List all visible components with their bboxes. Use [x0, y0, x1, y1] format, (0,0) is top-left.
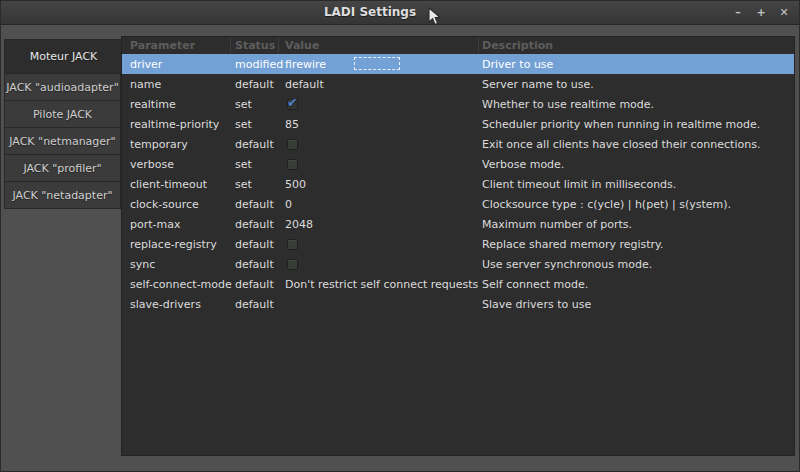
cell-parameter: verbose: [122, 158, 235, 171]
cell-description: Maximum number of ports.: [482, 218, 794, 231]
cell-description: Exit once all clients have closed their …: [482, 138, 794, 151]
cell-value: [285, 99, 482, 110]
titlebar[interactable]: LADI Settings – + ✕: [1, 1, 799, 25]
cell-status: set: [235, 178, 285, 191]
cell-parameter: port-max: [122, 218, 235, 231]
table-row-temporary[interactable]: temporarydefaultExit once all clients ha…: [122, 134, 794, 154]
cell-description: Driver to use: [482, 58, 794, 71]
cell-value: 85: [285, 118, 482, 131]
sidebar-tab-2[interactable]: Pilote JACK: [4, 100, 121, 128]
table-row-verbose[interactable]: verbosesetVerbose mode.: [122, 154, 794, 174]
close-button[interactable]: ✕: [777, 6, 791, 20]
table-row-self-connect-mode[interactable]: self-connect-modedefaultDon't restrict s…: [122, 274, 794, 294]
settings-table: Parameter Status Value Description drive…: [121, 36, 795, 456]
cell-parameter: self-connect-mode: [122, 278, 235, 291]
cell-value: default: [285, 78, 482, 91]
table-row-client-timeout[interactable]: client-timeoutset500Client timeout limit…: [122, 174, 794, 194]
cell-parameter: slave-drivers: [122, 298, 235, 311]
cell-value: 2048: [285, 218, 482, 231]
table-row-name[interactable]: namedefaultdefaultServer name to use.: [122, 74, 794, 94]
header-separator: [230, 38, 231, 53]
header-separator: [478, 38, 479, 53]
cell-parameter: sync: [122, 258, 235, 271]
window-title: LADI Settings: [1, 1, 739, 24]
cell-status: default: [235, 218, 285, 231]
cell-description: Verbose mode.: [482, 158, 794, 171]
minimize-button[interactable]: –: [731, 6, 745, 20]
cell-description: Self connect mode.: [482, 278, 794, 291]
cell-description: Server name to use.: [482, 78, 794, 91]
cell-status: default: [235, 298, 285, 311]
cell-parameter: clock-source: [122, 198, 235, 211]
cell-description: Client timeout limit in milliseconds.: [482, 178, 794, 191]
cell-description: Scheduler priority when running in realt…: [482, 118, 794, 131]
checkbox-unchecked-icon[interactable]: [287, 139, 298, 150]
table-row-realtime[interactable]: realtimesetWhether to use realtime mode.: [122, 94, 794, 114]
sidebar-tab-4[interactable]: JACK "profiler": [4, 154, 121, 182]
cell-parameter: driver: [122, 58, 235, 71]
header-separator: [278, 38, 279, 53]
checkbox-checked-icon[interactable]: [287, 99, 298, 110]
table-body: drivermodifiedfirewireDriver to usenamed…: [122, 54, 794, 314]
cell-parameter: replace-registry: [122, 238, 235, 251]
table-row-sync[interactable]: syncdefaultUse server synchronous mode.: [122, 254, 794, 274]
sidebar-tab-1[interactable]: JACK "audioadapter": [4, 73, 121, 101]
cell-status: set: [235, 98, 285, 111]
cell-description: Use server synchronous mode.: [482, 258, 794, 271]
column-header-parameter[interactable]: Parameter: [122, 39, 235, 52]
cell-status: default: [235, 238, 285, 251]
cell-value: 0: [285, 198, 482, 211]
cell-status: default: [235, 198, 285, 211]
table-row-clock-source[interactable]: clock-sourcedefault0Clocksource type : c…: [122, 194, 794, 214]
window-controls: – + ✕: [731, 1, 791, 24]
cell-parameter: temporary: [122, 138, 235, 151]
maximize-button[interactable]: +: [754, 6, 768, 20]
cell-parameter: realtime-priority: [122, 118, 235, 131]
checkbox-unchecked-icon[interactable]: [287, 159, 298, 170]
cell-value: [285, 259, 482, 270]
mouse-cursor-icon: [428, 7, 442, 31]
cell-status: default: [235, 278, 285, 291]
cell-status: set: [235, 118, 285, 131]
cell-value: [285, 159, 482, 170]
cell-description: Whether to use realtime mode.: [482, 98, 794, 111]
cell-value: [285, 139, 482, 150]
value-focus-outline[interactable]: [354, 57, 400, 70]
table-row-slave-drivers[interactable]: slave-driversdefaultSlave drivers to use: [122, 294, 794, 314]
table-row-realtime-priority[interactable]: realtime-priorityset85Scheduler priority…: [122, 114, 794, 134]
table-row-driver[interactable]: drivermodifiedfirewireDriver to use: [122, 54, 794, 74]
cell-description: Replace shared memory registry.: [482, 238, 794, 251]
cell-status: set: [235, 158, 285, 171]
cell-description: Clocksource type : c(ycle) | h(pet) | s(…: [482, 198, 794, 211]
checkbox-unchecked-icon[interactable]: [287, 259, 298, 270]
ladi-settings-window: LADI Settings – + ✕ Moteur JACKJACK "aud…: [0, 0, 800, 472]
cell-status: default: [235, 138, 285, 151]
table-row-port-max[interactable]: port-maxdefault2048Maximum number of por…: [122, 214, 794, 234]
cell-status: default: [235, 78, 285, 91]
table-row-replace-registry[interactable]: replace-registrydefaultReplace shared me…: [122, 234, 794, 254]
checkbox-unchecked-icon[interactable]: [287, 239, 298, 250]
cell-value: 500: [285, 178, 482, 191]
cell-parameter: realtime: [122, 98, 235, 111]
cell-status: default: [235, 258, 285, 271]
cell-parameter: name: [122, 78, 235, 91]
table-header: Parameter Status Value Description: [122, 37, 794, 54]
sidebar-tab-5[interactable]: JACK "netadapter": [4, 181, 121, 209]
cell-value: Don't restrict self connect requests: [285, 278, 482, 291]
sidebar-tab-3[interactable]: JACK "netmanager": [4, 127, 121, 155]
column-header-description[interactable]: Description: [482, 39, 794, 52]
cell-description: Slave drivers to use: [482, 298, 794, 311]
column-header-value[interactable]: Value: [285, 39, 482, 52]
cell-status: modified: [235, 58, 285, 71]
sidebar-tab-0[interactable]: Moteur JACK: [4, 39, 123, 74]
sidebar-tabs: Moteur JACKJACK "audioadapter"Pilote JAC…: [4, 39, 121, 209]
cell-value: [285, 239, 482, 250]
cell-parameter: client-timeout: [122, 178, 235, 191]
